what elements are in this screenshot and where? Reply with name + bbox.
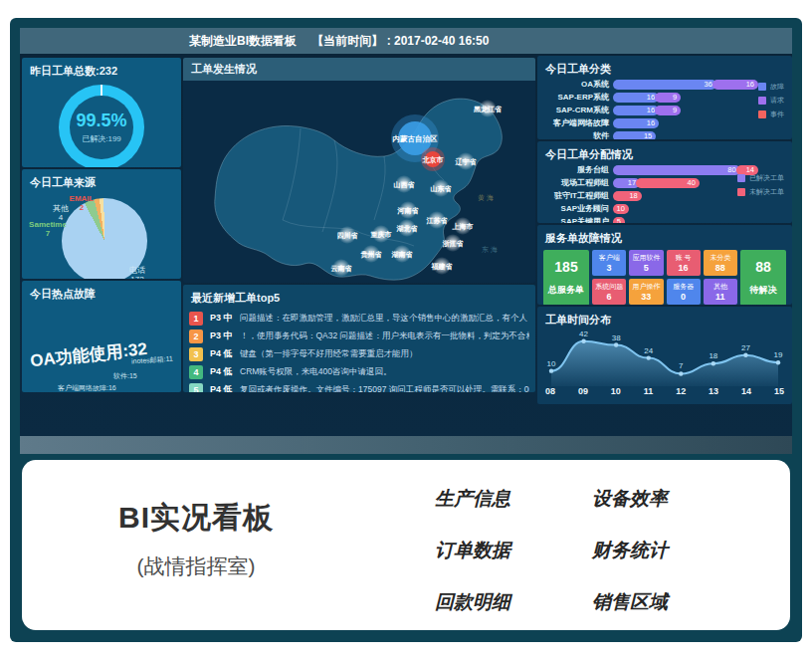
data-point-label: 19 [774,350,783,359]
bar-row[interactable]: 驻守IT工程师组18 [541,189,764,202]
svg-text:江苏省: 江苏省 [426,217,449,225]
menu-item-订单数据[interactable]: 订单数据 [435,538,592,563]
bar-segment-故障: 36 [613,80,716,90]
svg-text:北京市: 北京市 [422,155,444,164]
fault-cell-用户操作[interactable]: 用户操作33 [629,279,663,305]
legend-item-事件[interactable]: 事件 [758,110,784,119]
data-point[interactable] [711,361,715,365]
pie-chart[interactable]: EMAIL2其他4Sametime7电话172 [22,192,181,279]
ticket-priority: P4 低 [210,347,240,360]
fault-cell-系统问题[interactable]: 系统问题6 [592,279,626,305]
x-tick-label: 11 [644,386,654,396]
cloud-word: 客户端网络故障:16 [58,383,116,392]
fault-cell-应用软件[interactable]: 应用软件5 [629,250,663,276]
bar-row[interactable]: SAP关键用户5 [541,215,764,223]
map-bubble-北京市[interactable]: 北京市 [421,147,445,171]
donut-chart[interactable]: 99.5% 已解决:199 [59,85,144,167]
bar-segment-未解决工单: 18 [613,191,642,201]
svg-text:重庆市: 重庆市 [370,230,392,239]
fault-cell-未分类[interactable]: 未分类88 [704,250,737,276]
panel-yesterday-total: 昨日工单总数:232 99.5% 已解决:199 [22,58,181,167]
data-point-label: 18 [709,351,717,360]
data-point[interactable] [776,360,780,364]
data-point[interactable] [581,339,585,343]
dashboard-screen: 某制造业BI数据看板 【当前时间】 : 2017-02-40 16:50 昨日工… [20,28,792,436]
menu-item-设备效率[interactable]: 设备效率 [592,486,749,512]
data-point[interactable] [614,342,618,346]
sea-label: 黄 海 [478,194,494,202]
fault-pending[interactable]: 88待解决 [740,250,786,305]
bar-segment-故障: 16 [613,106,659,115]
menu-item-回款明细[interactable]: 回款明细 [435,589,592,615]
panel-new-tickets-top5: 最近新增工单top5 1P3 中问题描述：在即激励管理，激励汇总里，导这个销售中… [183,285,535,392]
bar-category-label: 现场工程师组 [541,177,613,188]
legend-item-已解决工单[interactable]: 已解决工单 [737,173,784,183]
bar-row[interactable]: 现场工程师组1740 [541,176,764,189]
menu-item-财务统计[interactable]: 财务统计 [592,538,749,563]
x-tick-label: 08 [545,386,555,396]
menu-item-生产信息[interactable]: 生产信息 [435,486,592,512]
bar-row[interactable]: SAP-ERP系统169 [541,91,764,104]
ticket-description: 问题描述：在即激励管理，激励汇总里，导这个销售中心的激励汇总，有个人（00040… [240,313,529,325]
data-point[interactable] [743,353,747,357]
bar-category-label: SAP关键用户 [541,216,613,223]
panel-fault-title: 服务单故障情况 [537,225,792,248]
sea-label: 东 海 [482,246,498,254]
bar-row[interactable]: OA系统3616 [541,78,764,91]
legend-item-未解决工单[interactable]: 未解决工单 [737,187,784,197]
ticket-row[interactable]: 4P4 低CRM账号权限，来电400咨询中请退回。 [189,363,529,380]
data-point-label: 38 [612,333,621,342]
fault-value: 185 [554,259,577,275]
panel-ticket-classification: 今日工单分类 OA系统3616SAP-ERP系统169SAP-CRM系统169客… [537,56,792,139]
x-tick-label: 12 [676,386,686,396]
svg-text:福建省: 福建省 [431,262,454,271]
ticket-row[interactable]: 3P4 低键盘（第一排字母不好用经常需要重启才能用） [189,345,529,362]
bar-category-label: 驻守IT工程师组 [541,190,613,201]
bar-segment-故障: 15 [613,131,656,140]
bar-row[interactable]: SAP业务顾问10 [541,202,764,215]
bar-segment-故障: 16 [613,118,659,128]
legend-item-故障[interactable]: 故障 [758,82,784,92]
bar-segment-已解决工单: 80 [613,165,740,175]
data-point[interactable] [549,368,553,372]
bar-track: 3616 [613,80,764,90]
bar-category-label: SAP业务顾问 [541,203,613,214]
china-map[interactable]: 黑龙江省内蒙古自治区北京市辽宁省山西省山东省河南省江苏省上海市湖北省四川省重庆市… [183,81,535,283]
fault-cell-账 号[interactable]: 账 号16 [667,250,701,276]
monitor-bezel [20,436,792,454]
bar-segment-未解决工单: 10 [613,204,629,214]
fault-cell-服务器[interactable]: 服务器0 [667,279,701,305]
fault-cell-客户端[interactable]: 客户端3 [592,250,626,276]
ticket-row[interactable]: 1P3 中问题描述：在即激励管理，激励汇总里，导这个销售中心的激励汇总，有个人（… [189,310,529,327]
x-tick-label: 09 [578,386,588,396]
ticket-row[interactable]: 5P4 低复回或者作废操作。文件编号：175097 询问工程师是否可以处理。需联… [189,381,529,392]
legend-item-请求[interactable]: 请求 [758,96,784,106]
data-point[interactable] [647,355,651,359]
bar-row[interactable]: SAP-CRM系统169 [541,104,764,116]
dashboard-time: 【当前时间】 : 2017-02-40 16:50 [311,34,489,48]
x-tick-label: 10 [611,386,621,396]
legend-swatch [737,174,745,182]
fault-cell-其他[interactable]: 其他11 [704,279,737,305]
legend-label: 未解决工单 [749,187,784,197]
fault-total[interactable]: 185总服务单 [543,250,589,305]
fault-cell-value: 88 [715,263,725,273]
fault-cell-row: 客户端3应用软件5账 号16未分类88 [592,250,737,276]
fault-cell-label: 未分类 [710,253,730,263]
bar-segment-未解决工单: 40 [636,178,700,188]
svg-text:上海市: 上海市 [452,222,474,231]
bar-track: 10 [613,204,764,214]
panel-time-distribution: 工单时间分布 104238247182719 0809101112131415 [537,307,792,404]
data-point[interactable] [679,371,683,375]
panel-assign-title: 今日工单分配情况 [537,141,792,164]
caption-title-block: BI实况看板 (战情指挥室) [67,498,325,580]
menu-item-销售区域[interactable]: 销售区域 [592,589,749,615]
bar-row[interactable]: 服务台组8014 [541,163,764,176]
bar-row[interactable]: 客户端网络故障16 [541,116,764,129]
time-area-chart[interactable]: 104238247182719 [541,327,788,386]
bar-row[interactable]: 软件15 [541,129,764,139]
bar-category-label: 服务台组 [541,164,613,175]
donut-sublabel: 已解决:199 [82,133,121,144]
bar-segment-请求: 9 [655,106,681,115]
ticket-row[interactable]: 2P3 中！，使用事务代码：QA32 问题描述：用户来电表示有一批物料，判定为不… [189,328,529,344]
